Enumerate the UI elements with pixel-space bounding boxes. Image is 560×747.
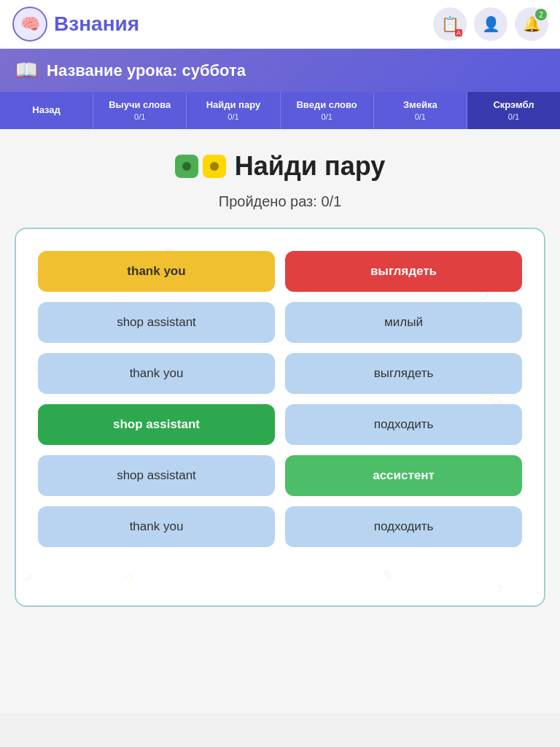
tab-findpair-label: Найди пару <box>190 99 276 112</box>
translate-button[interactable]: 📋 A <box>433 7 467 41</box>
svg-text:✎: ✎ <box>380 567 395 585</box>
logo: 🧠 Взнания <box>12 6 139 42</box>
bell-button[interactable]: 🔔 2 <box>515 7 548 41</box>
translate-badge: A <box>455 29 462 36</box>
dot-inner-1 <box>182 162 191 171</box>
lesson-title: Название урока: суббота <box>47 61 246 80</box>
svg-text:🧠: 🧠 <box>20 14 41 34</box>
nav-tabs: Назад Выучи слова 0/1 Найди пару 0/1 Вве… <box>0 92 560 129</box>
bell-badge: 2 <box>535 9 547 20</box>
svg-text:♪: ♪ <box>22 566 37 586</box>
word-card-1[interactable]: thank you <box>38 251 275 292</box>
game-title-row: Найди пару <box>15 151 545 182</box>
dots-indicator <box>175 155 226 178</box>
word-card-12[interactable]: подходить <box>285 506 522 547</box>
header-icons: 📋 A 👤 🔔 2 <box>433 7 548 41</box>
word-card-2[interactable]: выглядеть <box>285 251 522 292</box>
logo-icon: 🧠 <box>12 6 48 42</box>
svg-text:?: ? <box>123 571 135 590</box>
game-board: ? ✎ ✦ ♪ ? ✎ ✦ ♪ ✐ ✦ ? ✎ thank you выгляд… <box>15 228 545 607</box>
tab-findpair[interactable]: Найди пару 0/1 <box>187 92 280 129</box>
tab-typeword-score: 0/1 <box>284 112 370 122</box>
tab-back[interactable]: Назад <box>0 92 93 129</box>
tab-snake-score: 0/1 <box>377 112 464 122</box>
lesson-bar: 📖 Название урока: суббота <box>0 49 560 92</box>
app-header: 🧠 Взнания 📋 A 👤 🔔 2 <box>0 0 560 49</box>
tab-scramble-label: Скрэмбл <box>470 99 557 112</box>
tab-typeword-label: Введи слово <box>284 99 370 112</box>
user-button[interactable]: 👤 <box>474 7 508 41</box>
tab-learn-score: 0/1 <box>96 112 183 122</box>
main-content: Найди пару Пройдено раз: 0/1 ? ✎ ✦ ♪ ? ✎… <box>0 129 560 713</box>
logo-text: Взнания <box>54 12 139 36</box>
dot-green <box>175 155 198 178</box>
tab-snake-label: Змейка <box>377 99 464 112</box>
word-card-6[interactable]: выглядеть <box>285 353 522 394</box>
word-card-4[interactable]: милый <box>285 302 522 343</box>
dot-yellow <box>203 155 226 178</box>
word-card-11[interactable]: thank you <box>38 506 275 547</box>
tab-back-label: Назад <box>3 104 90 117</box>
game-title: Найди пару <box>235 151 385 182</box>
dot-inner-2 <box>210 162 219 171</box>
tab-learn[interactable]: Выучи слова 0/1 <box>93 92 187 129</box>
progress-text: Пройдено раз: 0/1 <box>15 193 545 210</box>
tab-scramble-score: 0/1 <box>470 112 557 122</box>
tab-snake[interactable]: Змейка 0/1 <box>374 92 467 129</box>
word-card-7[interactable]: shop assistant <box>38 404 275 445</box>
user-icon: 👤 <box>482 15 500 33</box>
word-card-5[interactable]: thank you <box>38 353 275 394</box>
word-grid: thank you выглядеть shop assistant милый… <box>31 244 529 554</box>
word-card-10[interactable]: ассистент <box>285 455 522 496</box>
svg-text:♪: ♪ <box>492 578 506 597</box>
tab-typeword[interactable]: Введи слово 0/1 <box>281 92 374 129</box>
tab-findpair-score: 0/1 <box>190 112 276 122</box>
tab-scramble[interactable]: Скрэмбл 0/1 <box>467 92 560 129</box>
tab-learn-label: Выучи слова <box>96 99 183 112</box>
word-card-9[interactable]: shop assistant <box>38 455 275 496</box>
word-card-8[interactable]: подходить <box>285 404 522 445</box>
lesson-icon: 📖 <box>15 59 38 82</box>
word-card-3[interactable]: shop assistant <box>38 302 275 343</box>
